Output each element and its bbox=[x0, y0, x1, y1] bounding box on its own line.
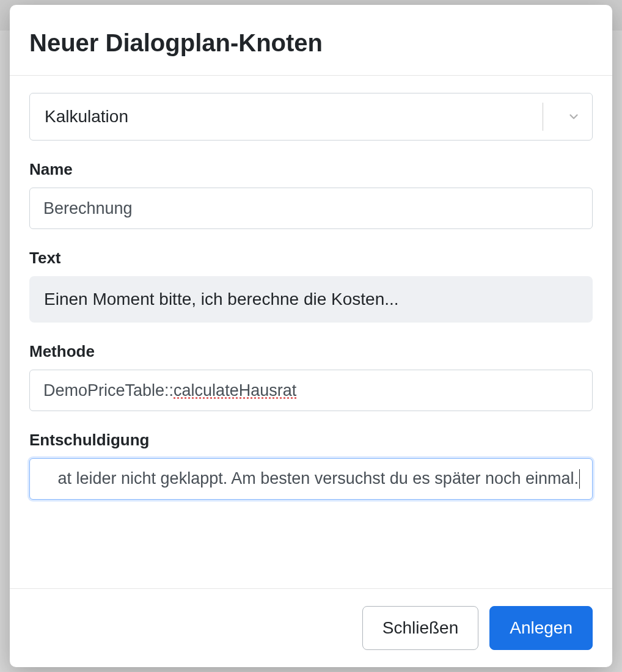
chevron-down-icon bbox=[555, 110, 592, 123]
modal-body: Kalkulation Name Text Einen Moment bitte… bbox=[10, 76, 612, 588]
text-label: Text bbox=[29, 249, 593, 268]
name-field-group: Name bbox=[29, 160, 593, 229]
apology-input[interactable]: at leider nicht geklappt. Am besten vers… bbox=[29, 458, 593, 500]
name-label: Name bbox=[29, 160, 593, 179]
method-field-group: Methode DemoPriceTable::calculateHausrat bbox=[29, 342, 593, 411]
create-dialog-node-modal: Neuer Dialogplan-Knoten Kalkulation Name… bbox=[10, 5, 612, 667]
close-button[interactable]: Schließen bbox=[362, 606, 479, 650]
method-prefix: DemoPriceTable:: bbox=[43, 381, 174, 400]
apology-field-group: Entschuldigung at leider nicht geklappt.… bbox=[29, 431, 593, 500]
create-button[interactable]: Anlegen bbox=[489, 606, 593, 650]
method-suffix: calculateHausrat bbox=[174, 381, 296, 400]
dropdown-selected-value: Kalkulation bbox=[45, 107, 543, 126]
node-type-dropdown[interactable]: Kalkulation bbox=[29, 93, 593, 141]
modal-footer: Schließen Anlegen bbox=[10, 588, 612, 667]
method-label: Methode bbox=[29, 342, 593, 361]
text-field-group: Text Einen Moment bitte, ich berechne di… bbox=[29, 249, 593, 323]
modal-title: Neuer Dialogplan-Knoten bbox=[29, 29, 593, 57]
text-display[interactable]: Einen Moment bitte, ich berechne die Kos… bbox=[29, 276, 593, 323]
name-input[interactable] bbox=[29, 188, 593, 229]
text-caret bbox=[579, 469, 580, 489]
apology-label: Entschuldigung bbox=[29, 431, 593, 450]
method-input[interactable]: DemoPriceTable::calculateHausrat bbox=[29, 370, 593, 411]
modal-header: Neuer Dialogplan-Knoten bbox=[10, 5, 612, 76]
